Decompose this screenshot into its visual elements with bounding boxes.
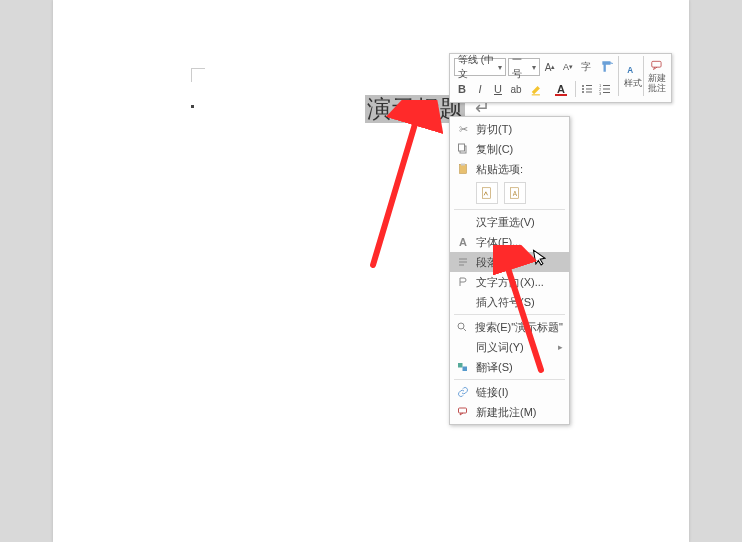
svg-rect-23 [458,363,463,368]
menu-separator [454,379,565,380]
font-size-value: 一号 [512,53,530,81]
chevron-down-icon: ▾ [498,63,502,72]
blank-icon [454,214,472,230]
svg-rect-4 [586,89,592,90]
menu-paste-options-label: 粘贴选项: [450,159,569,179]
strikethrough-button[interactable]: ab [508,80,524,98]
svg-rect-25 [459,408,467,413]
copy-icon [454,141,472,157]
scissors-icon: ✂ [454,121,472,137]
menu-new-comment[interactable]: 新建批注(M) [450,402,569,422]
svg-text:A: A [627,66,633,75]
svg-rect-12 [603,92,610,93]
menu-link[interactable]: 链接(I) [450,382,569,402]
menu-font[interactable]: A 字体(F)... [450,232,569,252]
search-icon [454,319,471,335]
menu-cn-reselect[interactable]: 汉字重选(V) [450,212,569,232]
svg-rect-2 [586,85,592,86]
menu-search[interactable]: 搜索(E)"演示标题" [450,317,569,337]
highlight-button[interactable] [526,80,548,98]
menu-separator [454,314,565,315]
paste-options-row: A [450,179,569,207]
menu-translate[interactable]: 翻译(S) [450,357,569,377]
font-name-selector[interactable]: 等线 (中文 ▾ [454,58,506,76]
paragraph-icon [454,254,472,270]
svg-point-3 [582,88,584,90]
font-size-selector[interactable]: 一号 ▾ [508,58,540,76]
svg-text:A: A [513,190,518,197]
styles-label: 样式 [624,78,642,88]
mini-format-toolbar: 等线 (中文 ▾ 一号 ▾ A▴ A▾ 字 B I [449,53,672,103]
paragraph-mark [191,105,194,108]
svg-rect-24 [463,367,468,372]
font-name-value: 等线 (中文 [458,53,496,81]
svg-rect-8 [603,85,610,86]
italic-button[interactable]: I [472,80,488,98]
margin-corner-mark [191,68,205,82]
numbering-button[interactable]: 123 [597,80,613,98]
menu-copy[interactable]: 复制(C) [450,139,569,159]
menu-cut[interactable]: ✂ 剪切(T) [450,119,569,139]
paste-text-only-button[interactable]: A [504,182,526,204]
font-color-button[interactable]: A [550,80,572,98]
svg-point-22 [458,323,464,329]
underline-button[interactable]: U [490,80,506,98]
blank-icon [454,294,472,310]
svg-rect-14 [652,61,661,67]
clipboard-icon [454,161,472,177]
svg-rect-6 [586,92,592,93]
menu-paragraph[interactable]: 段落(P)... [450,252,569,272]
comment-icon [454,404,472,420]
svg-rect-17 [460,165,467,174]
menu-separator [454,209,565,210]
document-page: 演示标题 ↵ 等线 (中文 ▾ 一号 ▾ A▴ A▾ 字 [53,0,689,542]
phonetic-guide-button[interactable]: 字 [578,58,594,76]
link-icon [454,384,472,400]
grow-font-button[interactable]: A▴ [542,58,558,76]
bold-button[interactable]: B [454,80,470,98]
styles-button[interactable]: A 样式 [618,56,643,96]
svg-point-1 [582,85,584,87]
menu-text-direction[interactable]: 文字方向(X)... [450,272,569,292]
shrink-font-button[interactable]: A▾ [560,58,576,76]
new-comment-button[interactable]: 新建 批注 [643,56,668,96]
context-menu: ✂ 剪切(T) 复制(C) 粘贴选项: A 汉字重选(V) [449,116,570,425]
new-comment-label: 新建 批注 [648,73,666,93]
separator [575,81,576,97]
format-painter-button[interactable] [596,58,618,76]
svg-rect-0 [532,94,540,95]
svg-point-5 [582,91,584,93]
annotation-arrow-to-heading [363,100,443,270]
font-icon: A [454,234,472,250]
menu-synonym[interactable]: 同义词(Y) [450,337,569,357]
translate-icon [454,359,472,375]
svg-rect-10 [603,89,610,90]
paste-keep-formatting-button[interactable] [476,182,498,204]
svg-text:3: 3 [599,91,602,95]
blank-icon [454,339,472,355]
menu-insert-symbol[interactable]: 插入符号(S) [450,292,569,312]
svg-rect-18 [461,164,465,166]
svg-rect-16 [459,144,465,151]
text-direction-icon [454,274,472,290]
bullets-button[interactable] [579,80,595,98]
chevron-down-icon: ▾ [532,63,536,72]
